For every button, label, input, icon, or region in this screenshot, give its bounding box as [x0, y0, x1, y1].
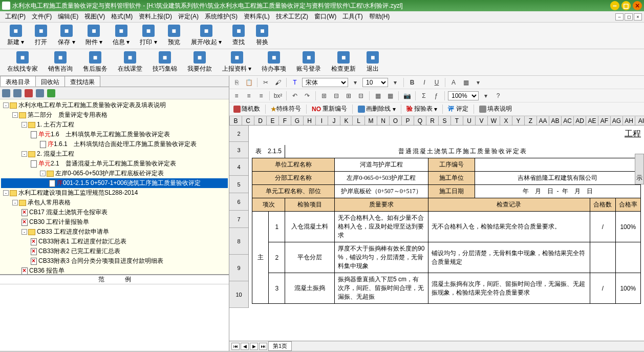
font-family-select[interactable]: 宋体: [302, 78, 348, 87]
fill-color-icon[interactable]: ▦: [461, 77, 471, 88]
paste-icon[interactable]: 📋: [244, 77, 254, 88]
value-element[interactable]: 护岸底板砼（0+507～0+517）: [335, 185, 428, 198]
toolbar-售后服务[interactable]: ■售后服务: [78, 50, 113, 74]
prev-page-button[interactable]: ◀: [241, 343, 249, 350]
tree-add-icon[interactable]: [47, 89, 55, 97]
inspect-form-button[interactable]: 验 报验表 ▾: [404, 104, 440, 114]
renumber-button[interactable]: NO 重新编号: [310, 104, 349, 114]
toolbar-在线找专家[interactable]: ■在线找专家: [2, 50, 43, 74]
fill-instructions-button[interactable]: 填表说明: [477, 104, 514, 114]
mdi-close-button[interactable]: ×: [634, 13, 642, 20]
left-tab[interactable]: 查找结果: [65, 76, 100, 87]
window-maximize-button[interactable]: ◻: [621, 1, 631, 10]
tree-item[interactable]: -2. 混凝土工程: [1, 149, 228, 159]
tree-item[interactable]: -承包人常用表格: [1, 198, 228, 208]
value-contractor[interactable]: 吉林省皓隆工程建筑有限公司: [475, 172, 640, 185]
split-cells-icon[interactable]: ⊟: [331, 91, 341, 101]
menu-item[interactable]: 文件(F): [29, 12, 55, 21]
menu-item[interactable]: 评定(A): [175, 12, 202, 21]
format-paint-icon[interactable]: 🖌: [273, 77, 283, 88]
tree-item[interactable]: CB17 混凝土浇筑开仓报审表: [1, 208, 228, 217]
toolbar-打开[interactable]: ■打开: [29, 24, 53, 48]
bold-button[interactable]: B: [407, 77, 417, 88]
help-icon[interactable]: ?: [493, 91, 503, 101]
menu-item[interactable]: 视图(V): [81, 12, 108, 21]
mdi-restore-button[interactable]: ◻: [625, 13, 633, 20]
menu-item[interactable]: 帮助(H): [366, 12, 393, 21]
toolbar-在线课堂[interactable]: ■在线课堂: [113, 50, 147, 74]
tree-expand-icon[interactable]: [2, 89, 10, 97]
borders-icon[interactable]: ▦: [373, 91, 383, 101]
insert-row-icon[interactable]: ⊞: [344, 91, 354, 101]
italic-button[interactable]: I: [419, 77, 430, 88]
menu-item[interactable]: 资料库(L): [241, 12, 273, 21]
caret-down-icon[interactable]: ▾: [390, 77, 400, 88]
value-unit-project[interactable]: 河道与护岸工程: [335, 158, 428, 172]
tree-item[interactable]: 序 1.6.1 土料填筑结合面处理工序施工质量验收评定表: [1, 139, 228, 149]
menu-bar[interactable]: 工程(P)文件(F)编辑(E)视图(V)格式(M)资料上报(D)评定(A)系统维…: [0, 11, 644, 23]
superscript-icon[interactable]: bx²: [273, 91, 283, 101]
function-icon[interactable]: ƒ: [431, 91, 441, 101]
delete-row-icon[interactable]: ⊟: [356, 91, 366, 101]
cut-icon[interactable]: ✂: [261, 77, 271, 88]
tree-item[interactable]: 单元 2.1 普通混凝土单元工程施工质量验收评定表: [1, 159, 228, 169]
toolbar-检查更新[interactable]: ■检查更新: [326, 50, 361, 74]
toolbar-上报资料[interactable]: ■上报资料 ▾: [217, 50, 256, 74]
undo-icon[interactable]: ↶: [290, 91, 300, 101]
tree-item[interactable]: CB30 工程计量报验单: [1, 217, 228, 227]
menu-item[interactable]: 格式(M): [108, 12, 136, 21]
toolbar-保存[interactable]: ■保存 ▾: [53, 24, 80, 48]
grid-icon[interactable]: ▦: [385, 91, 395, 101]
copy-icon[interactable]: ⎘: [231, 77, 242, 88]
tree-delete-icon[interactable]: [25, 89, 33, 97]
tree-item[interactable]: -水利工程建设项目施工监理规范SL288-2014: [1, 188, 228, 198]
toolbar-账号登录[interactable]: ■账号登录: [291, 50, 326, 74]
last-page-button[interactable]: ⏭: [259, 343, 267, 350]
tree-refresh-icon[interactable]: [36, 89, 44, 97]
mdi-minimize-button[interactable]: –: [615, 13, 624, 20]
caret-down-icon[interactable]: ▾: [473, 77, 483, 88]
underline-button[interactable]: U: [432, 77, 442, 88]
row-ruler[interactable]: 2345678910: [229, 126, 249, 308]
menu-item[interactable]: 技术工艺(Z): [273, 12, 311, 21]
table-row[interactable]: 主1入仓混凝土料无不合格料入仓。如有少量不合格料入仓，应及时处理至达到要求无不合…: [252, 212, 641, 242]
value-date[interactable]: 年 月 日 - 年 月 日: [475, 185, 640, 198]
toolbar-替换[interactable]: ■替换: [250, 24, 274, 48]
tree-item[interactable]: CB33附表1 工程进度付款汇总表: [1, 237, 228, 246]
tree-item[interactable]: CB33附表3 合同分类分项项目进度付款明细表: [1, 256, 228, 266]
align-center-icon[interactable]: ≡: [244, 91, 254, 101]
tree-item[interactable]: CB36 报告单: [1, 266, 228, 274]
strikethrough-button[interactable]: 画删除线 ▾: [356, 104, 397, 114]
toolbar-销售咨询[interactable]: ■销售咨询: [43, 50, 78, 74]
tree-item[interactable]: 单元 1.6 土料填筑单元工程施工质量验收评定表: [1, 130, 228, 139]
redo-icon[interactable]: ↷: [302, 91, 312, 101]
toolbar-我要付款[interactable]: ■我要付款: [182, 50, 217, 74]
value-process-no[interactable]: [475, 158, 640, 172]
tree-item[interactable]: -1. 土石方工程: [1, 120, 228, 130]
random-number-button[interactable]: 随机数: [231, 104, 262, 114]
menu-item[interactable]: 资料上报(D): [136, 12, 175, 21]
toolbar-待办事项[interactable]: ■待办事项: [256, 50, 291, 74]
menu-item[interactable]: 系统维护(S): [202, 12, 241, 21]
special-symbol-button[interactable]: ★特殊符号: [269, 104, 303, 114]
side-tab[interactable]: 示: [635, 154, 644, 184]
tree-item[interactable]: CB33附表2 已完工程量汇总表: [1, 246, 228, 256]
tree-collapse-icon[interactable]: [13, 89, 22, 97]
tree-item[interactable]: -水利水电工程单元工程施工质量验收评定表及填表说明: [1, 100, 228, 110]
tree-item[interactable]: -左岸0-065-0+503护岸工程底板砼评定表: [1, 169, 228, 178]
left-tab[interactable]: 表格目录: [0, 76, 36, 87]
tree-item[interactable]: -第二部分 质量评定专用表格: [1, 110, 228, 120]
toolbar-新建[interactable]: ■新建 ▾: [2, 24, 29, 48]
menu-item[interactable]: 工程(P): [2, 12, 29, 21]
first-page-button[interactable]: ⏮: [231, 343, 240, 350]
toolbar-技巧集锦[interactable]: ■技巧集锦: [147, 50, 182, 74]
zoom-select[interactable]: 100%: [448, 91, 479, 100]
align-right-icon[interactable]: ≡: [256, 91, 266, 101]
font-type-icon[interactable]: T: [290, 77, 300, 88]
toolbar-展开/收起[interactable]: ■展开/收起 ▾: [186, 24, 227, 48]
table-row[interactable]: 3混凝土振捣振捣器垂直插入下层5 cm，有次序，间距、留振时间合理，无漏振、无超…: [252, 273, 641, 304]
page-tab-1[interactable]: 第1页: [268, 341, 292, 351]
judge-button[interactable]: 评 评定: [446, 104, 470, 114]
document-tree[interactable]: -水利水电工程单元工程施工质量验收评定表及填表说明-第二部分 质量评定专用表格-…: [0, 99, 229, 274]
sum-icon[interactable]: Σ: [419, 91, 429, 101]
